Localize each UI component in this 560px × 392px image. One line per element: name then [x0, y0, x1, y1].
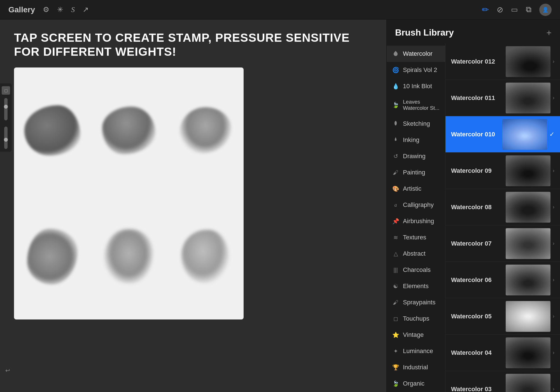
sidebar-item-touchups[interactable]: ◻ Touchups [387, 311, 445, 327]
brush-item-wc011[interactable]: Watercolor 011 › [445, 80, 560, 116]
sidebar-item-organic[interactable]: 🍃 Organic [387, 375, 445, 392]
sidebar-item-airbrushing[interactable]: 📌 Airbrushing [387, 213, 445, 229]
undo-button[interactable]: ↩ [3, 366, 12, 375]
brush-preview-wc04 [506, 337, 550, 368]
touchups-label: Touchups [403, 315, 429, 322]
brush-name-wc03: Watercolor 03 [451, 386, 506, 392]
topbar-right: ✏ ⊘ ▭ ⧉ 👤 [482, 4, 552, 16]
calligraphy-label: Calligraphy [403, 201, 434, 209]
canvas-cell-1 [14, 67, 90, 193]
brush-item-wc08[interactable]: Watercolor 08 › [445, 189, 560, 225]
painting-label: Painting [403, 169, 425, 176]
size-slider[interactable] [4, 127, 8, 149]
brush-check-wc08: › [553, 204, 554, 210]
industrial-label: Industrial [403, 364, 428, 371]
sidebar-item-leaves[interactable]: 🍃 Leaves Watercolor St... [387, 94, 445, 116]
canvas-cell-4 [14, 193, 90, 319]
sidebar-item-watercolor[interactable]: Watercolor [387, 46, 445, 62]
sidebar-item-abstract[interactable]: △ Abstract [387, 246, 445, 262]
svg-point-0 [395, 121, 397, 125]
luminance-cat-icon: ✦ [392, 348, 399, 354]
sidebar-item-inking[interactable]: Inking [387, 132, 445, 148]
airbrushing-cat-icon: 📌 [392, 218, 399, 225]
textures-label: Textures [403, 234, 426, 241]
airbrushing-label: Airbrushing [403, 218, 434, 225]
brush-name-wc05: Watercolor 05 [451, 313, 506, 320]
brush-preview-wc010 [502, 119, 547, 150]
brush-item-wc012[interactable]: Watercolor 012 › [445, 43, 560, 80]
brush-item-wc03[interactable]: Watercolor 03 › [445, 371, 560, 392]
brush-check-wc09: › [553, 168, 554, 174]
touchups-cat-icon: ◻ [392, 315, 399, 322]
brush-check-wc010: ✓ [549, 131, 554, 138]
brush-name-wc04: Watercolor 04 [451, 349, 506, 356]
side-control-square[interactable]: ▢ [2, 86, 10, 95]
brush-item-wc07[interactable]: Watercolor 07 › [445, 225, 560, 262]
layers-icon[interactable]: ⧉ [526, 5, 531, 14]
sketching-cat-icon [392, 120, 399, 127]
painting-cat-icon: 🖌 [392, 169, 399, 176]
sidebar-item-drawing[interactable]: ↺ Drawing [387, 148, 445, 164]
canvas-cell-6 [167, 193, 244, 319]
sidebar-item-textures[interactable]: ≋ Textures [387, 229, 445, 246]
category-list: Watercolor 🌀 Spirals Vol 2 💧 10 Ink Blot… [387, 43, 445, 392]
vintage-label: Vintage [403, 331, 424, 339]
sidebar-item-inkblot[interactable]: 💧 10 Ink Blot [387, 78, 445, 94]
sidebar-item-elements[interactable]: ☯ Elements [387, 278, 445, 294]
brush-preview-wc07 [506, 228, 550, 259]
brush-check-wc05: › [553, 313, 554, 319]
sidebar-item-calligraphy[interactable]: a Calligraphy [387, 197, 445, 213]
brush-name-wc010: Watercolor 010 [451, 131, 502, 138]
pin-icon[interactable]: ✳ [57, 5, 63, 14]
brush-item-wc04[interactable]: Watercolor 04 › [445, 335, 560, 371]
canvas-cell-3 [167, 67, 244, 193]
gallery-label[interactable]: Gallery [8, 5, 35, 14]
watercolor-label: Watercolor [403, 50, 433, 57]
sidebar-item-luminance[interactable]: ✦ Luminance [387, 343, 445, 359]
brush-item-wc09[interactable]: Watercolor 09 › [445, 153, 560, 189]
sidebar-item-charcoals[interactable]: ||| Charcoals [387, 262, 445, 278]
brush-name-wc08: Watercolor 08 [451, 204, 506, 211]
side-controls: ▢ [0, 83, 12, 152]
script-icon[interactable]: S [71, 6, 75, 14]
sketching-label: Sketching [403, 120, 430, 127]
sidebar-item-artistic[interactable]: 🎨 Artistic [387, 181, 445, 197]
add-brush-button[interactable]: + [546, 28, 552, 37]
pen-tool-icon[interactable]: ✏ [482, 5, 489, 15]
sidebar-item-industrial[interactable]: 🏆 Industrial [387, 359, 445, 375]
brush-item-wc05[interactable]: Watercolor 05 › [445, 298, 560, 335]
opacity-slider[interactable] [4, 98, 8, 120]
brush-list: Watercolor 012 › Watercolor 011 › Waterc… [445, 43, 560, 392]
blob-5 [104, 229, 153, 284]
brush-preview-wc08 [506, 192, 550, 223]
calligraphy-cat-icon: a [392, 202, 399, 208]
size-slider-thumb [4, 138, 8, 142]
wrench-icon[interactable]: ⚙ [43, 5, 49, 14]
avatar[interactable]: 👤 [539, 4, 552, 16]
arrow-icon[interactable]: ↗ [83, 5, 89, 14]
sidebar-item-spraypaints[interactable]: 🖌 Spraypaints [387, 294, 445, 311]
smudge-tool-icon[interactable]: ⊘ [497, 5, 503, 14]
sidebar-item-painting[interactable]: 🖌 Painting [387, 164, 445, 181]
inkblot-cat-icon: 💧 [392, 83, 399, 90]
charcoals-label: Charcoals [403, 266, 431, 274]
brush-item-wc06[interactable]: Watercolor 06 › [445, 262, 560, 298]
canvas-cell-2 [90, 67, 167, 193]
brush-name-wc012: Watercolor 012 [451, 58, 506, 65]
sidebar-item-vintage[interactable]: ⭐ Vintage [387, 327, 445, 343]
brush-preview-wc011 [506, 83, 550, 113]
eraser-tool-icon[interactable]: ▭ [511, 5, 518, 14]
elements-cat-icon: ☯ [392, 283, 399, 290]
canvas-title: TAP SCREEN TO CREATE STAMP, PRESSURE SEN… [14, 31, 372, 59]
canvas-cell-5 [90, 193, 167, 319]
spirals-cat-icon: 🌀 [392, 67, 399, 73]
sidebar-item-spirals[interactable]: 🌀 Spirals Vol 2 [387, 62, 445, 78]
spirals-label: Spirals Vol 2 [403, 66, 437, 74]
textures-cat-icon: ≋ [392, 234, 399, 241]
brush-item-wc010[interactable]: Watercolor 010 ✓ [445, 116, 560, 153]
brush-name-wc09: Watercolor 09 [451, 167, 506, 174]
spraypaints-label: Spraypaints [403, 299, 435, 306]
sidebar-item-sketching[interactable]: Sketching [387, 116, 445, 132]
inkblot-label: 10 Ink Blot [403, 83, 432, 90]
canvas-area[interactable] [14, 67, 244, 319]
